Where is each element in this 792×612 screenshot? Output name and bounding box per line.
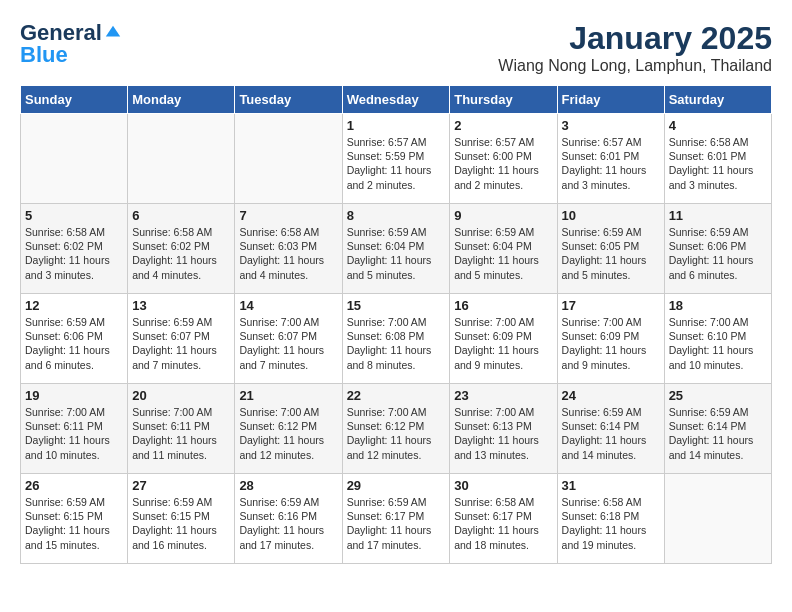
day-info: Sunrise: 7:00 AMSunset: 6:12 PMDaylight:… <box>347 405 446 462</box>
calendar-cell: 24Sunrise: 6:59 AMSunset: 6:14 PMDayligh… <box>557 384 664 474</box>
month-title: January 2025 <box>498 20 772 57</box>
day-info: Sunrise: 6:58 AMSunset: 6:01 PMDaylight:… <box>669 135 767 192</box>
weekday-header-monday: Monday <box>128 86 235 114</box>
day-number: 14 <box>239 298 337 313</box>
day-number: 15 <box>347 298 446 313</box>
calendar-week-row: 26Sunrise: 6:59 AMSunset: 6:15 PMDayligh… <box>21 474 772 564</box>
calendar-week-row: 1Sunrise: 6:57 AMSunset: 5:59 PMDaylight… <box>21 114 772 204</box>
calendar-cell: 12Sunrise: 6:59 AMSunset: 6:06 PMDayligh… <box>21 294 128 384</box>
calendar-cell: 28Sunrise: 6:59 AMSunset: 6:16 PMDayligh… <box>235 474 342 564</box>
day-number: 30 <box>454 478 552 493</box>
calendar-week-row: 12Sunrise: 6:59 AMSunset: 6:06 PMDayligh… <box>21 294 772 384</box>
logo-icon <box>104 24 122 42</box>
day-info: Sunrise: 6:58 AMSunset: 6:02 PMDaylight:… <box>25 225 123 282</box>
day-number: 21 <box>239 388 337 403</box>
day-info: Sunrise: 6:57 AMSunset: 6:00 PMDaylight:… <box>454 135 552 192</box>
calendar-cell <box>235 114 342 204</box>
day-info: Sunrise: 6:58 AMSunset: 6:03 PMDaylight:… <box>239 225 337 282</box>
day-info: Sunrise: 6:57 AMSunset: 5:59 PMDaylight:… <box>347 135 446 192</box>
weekday-header-saturday: Saturday <box>664 86 771 114</box>
calendar-table: SundayMondayTuesdayWednesdayThursdayFrid… <box>20 85 772 564</box>
day-info: Sunrise: 7:00 AMSunset: 6:11 PMDaylight:… <box>25 405 123 462</box>
day-number: 24 <box>562 388 660 403</box>
day-number: 2 <box>454 118 552 133</box>
day-info: Sunrise: 6:59 AMSunset: 6:04 PMDaylight:… <box>347 225 446 282</box>
day-number: 18 <box>669 298 767 313</box>
calendar-cell: 29Sunrise: 6:59 AMSunset: 6:17 PMDayligh… <box>342 474 450 564</box>
logo-blue-text: Blue <box>20 42 68 68</box>
day-number: 26 <box>25 478 123 493</box>
day-number: 28 <box>239 478 337 493</box>
calendar-cell: 8Sunrise: 6:59 AMSunset: 6:04 PMDaylight… <box>342 204 450 294</box>
calendar-cell: 31Sunrise: 6:58 AMSunset: 6:18 PMDayligh… <box>557 474 664 564</box>
day-info: Sunrise: 6:59 AMSunset: 6:04 PMDaylight:… <box>454 225 552 282</box>
day-info: Sunrise: 6:59 AMSunset: 6:16 PMDaylight:… <box>239 495 337 552</box>
day-info: Sunrise: 7:00 AMSunset: 6:09 PMDaylight:… <box>454 315 552 372</box>
day-number: 7 <box>239 208 337 223</box>
day-number: 11 <box>669 208 767 223</box>
day-number: 5 <box>25 208 123 223</box>
calendar-cell: 9Sunrise: 6:59 AMSunset: 6:04 PMDaylight… <box>450 204 557 294</box>
calendar-cell: 21Sunrise: 7:00 AMSunset: 6:12 PMDayligh… <box>235 384 342 474</box>
calendar-cell: 10Sunrise: 6:59 AMSunset: 6:05 PMDayligh… <box>557 204 664 294</box>
calendar-cell: 17Sunrise: 7:00 AMSunset: 6:09 PMDayligh… <box>557 294 664 384</box>
day-number: 23 <box>454 388 552 403</box>
day-number: 8 <box>347 208 446 223</box>
calendar-cell <box>128 114 235 204</box>
day-info: Sunrise: 6:59 AMSunset: 6:14 PMDaylight:… <box>562 405 660 462</box>
page-header: General Blue January 2025 Wiang Nong Lon… <box>20 20 772 75</box>
day-info: Sunrise: 6:58 AMSunset: 6:17 PMDaylight:… <box>454 495 552 552</box>
day-number: 9 <box>454 208 552 223</box>
day-number: 10 <box>562 208 660 223</box>
calendar-cell <box>664 474 771 564</box>
day-info: Sunrise: 7:00 AMSunset: 6:12 PMDaylight:… <box>239 405 337 462</box>
day-info: Sunrise: 7:00 AMSunset: 6:07 PMDaylight:… <box>239 315 337 372</box>
days-of-week-row: SundayMondayTuesdayWednesdayThursdayFrid… <box>21 86 772 114</box>
day-info: Sunrise: 6:59 AMSunset: 6:07 PMDaylight:… <box>132 315 230 372</box>
calendar-cell: 26Sunrise: 6:59 AMSunset: 6:15 PMDayligh… <box>21 474 128 564</box>
subtitle: Wiang Nong Long, Lamphun, Thailand <box>498 57 772 75</box>
calendar-cell: 5Sunrise: 6:58 AMSunset: 6:02 PMDaylight… <box>21 204 128 294</box>
svg-marker-0 <box>106 26 120 37</box>
day-number: 17 <box>562 298 660 313</box>
calendar-week-row: 19Sunrise: 7:00 AMSunset: 6:11 PMDayligh… <box>21 384 772 474</box>
calendar-header: SundayMondayTuesdayWednesdayThursdayFrid… <box>21 86 772 114</box>
calendar-cell: 25Sunrise: 6:59 AMSunset: 6:14 PMDayligh… <box>664 384 771 474</box>
day-info: Sunrise: 6:59 AMSunset: 6:06 PMDaylight:… <box>669 225 767 282</box>
day-info: Sunrise: 6:58 AMSunset: 6:18 PMDaylight:… <box>562 495 660 552</box>
day-number: 29 <box>347 478 446 493</box>
weekday-header-sunday: Sunday <box>21 86 128 114</box>
calendar-week-row: 5Sunrise: 6:58 AMSunset: 6:02 PMDaylight… <box>21 204 772 294</box>
calendar-cell: 4Sunrise: 6:58 AMSunset: 6:01 PMDaylight… <box>664 114 771 204</box>
day-info: Sunrise: 6:57 AMSunset: 6:01 PMDaylight:… <box>562 135 660 192</box>
day-info: Sunrise: 6:59 AMSunset: 6:14 PMDaylight:… <box>669 405 767 462</box>
title-block: January 2025 Wiang Nong Long, Lamphun, T… <box>498 20 772 75</box>
day-info: Sunrise: 7:00 AMSunset: 6:09 PMDaylight:… <box>562 315 660 372</box>
calendar-cell: 1Sunrise: 6:57 AMSunset: 5:59 PMDaylight… <box>342 114 450 204</box>
calendar-cell: 11Sunrise: 6:59 AMSunset: 6:06 PMDayligh… <box>664 204 771 294</box>
day-number: 22 <box>347 388 446 403</box>
calendar-cell: 15Sunrise: 7:00 AMSunset: 6:08 PMDayligh… <box>342 294 450 384</box>
calendar-cell: 19Sunrise: 7:00 AMSunset: 6:11 PMDayligh… <box>21 384 128 474</box>
day-number: 27 <box>132 478 230 493</box>
day-info: Sunrise: 6:59 AMSunset: 6:15 PMDaylight:… <box>25 495 123 552</box>
day-info: Sunrise: 6:58 AMSunset: 6:02 PMDaylight:… <box>132 225 230 282</box>
calendar-cell: 3Sunrise: 6:57 AMSunset: 6:01 PMDaylight… <box>557 114 664 204</box>
day-number: 12 <box>25 298 123 313</box>
weekday-header-tuesday: Tuesday <box>235 86 342 114</box>
day-number: 3 <box>562 118 660 133</box>
calendar-cell: 27Sunrise: 6:59 AMSunset: 6:15 PMDayligh… <box>128 474 235 564</box>
day-info: Sunrise: 7:00 AMSunset: 6:11 PMDaylight:… <box>132 405 230 462</box>
day-number: 13 <box>132 298 230 313</box>
weekday-header-thursday: Thursday <box>450 86 557 114</box>
day-number: 19 <box>25 388 123 403</box>
day-info: Sunrise: 6:59 AMSunset: 6:05 PMDaylight:… <box>562 225 660 282</box>
day-number: 25 <box>669 388 767 403</box>
calendar-cell: 20Sunrise: 7:00 AMSunset: 6:11 PMDayligh… <box>128 384 235 474</box>
calendar-cell: 13Sunrise: 6:59 AMSunset: 6:07 PMDayligh… <box>128 294 235 384</box>
day-info: Sunrise: 7:00 AMSunset: 6:13 PMDaylight:… <box>454 405 552 462</box>
day-number: 1 <box>347 118 446 133</box>
calendar-cell: 7Sunrise: 6:58 AMSunset: 6:03 PMDaylight… <box>235 204 342 294</box>
calendar-cell: 23Sunrise: 7:00 AMSunset: 6:13 PMDayligh… <box>450 384 557 474</box>
calendar-cell: 22Sunrise: 7:00 AMSunset: 6:12 PMDayligh… <box>342 384 450 474</box>
